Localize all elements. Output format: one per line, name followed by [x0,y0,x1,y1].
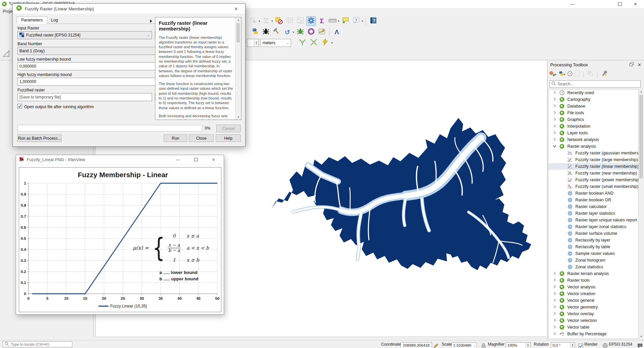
chevron-right-icon[interactable] [552,338,557,339]
tab-log[interactable]: Log [47,16,62,24]
toolbox-algorithm-sample-raster-values[interactable]: Sample raster values [549,250,638,257]
toolbox-algorithm-fuzzify-raster-near-membership-[interactable]: 10Fuzzify raster (near membership) [549,170,638,177]
maximize-button[interactable] [188,155,203,164]
toolbox-category-raster-terrain-analysis[interactable]: Raster terrain analysis [549,270,638,277]
restore-button[interactable] [612,0,627,8]
undo-button[interactable]: ↺ [283,27,292,37]
help-collapse-icon[interactable] [150,18,152,24]
text-annotation-button[interactable]: T [352,16,361,26]
render-checkbox[interactable] [578,342,583,348]
results-viewer-button[interactable] [575,70,580,78]
processing-toolbox-button[interactable] [306,16,316,26]
toolbox-category-vector-geometry[interactable]: Vector geometry [549,304,638,310]
chevron-right-icon[interactable] [552,96,557,103]
toolbox-algorithm-fuzzify-raster-small-membership-[interactable]: 10Fuzzify raster (small membership) [549,183,638,190]
toolbox-category-graphics[interactable]: Graphics [549,116,638,123]
processing-options-button[interactable] [306,27,316,37]
ruler-triangle-button[interactable] [1,50,11,59]
dropdown-arrow-icon[interactable]: ▾ [362,19,363,23]
locate-input[interactable] [11,342,71,346]
coordinate-capture-icon[interactable] [433,342,439,348]
close-button[interactable]: ✕ [206,155,221,164]
toolbox-category-recently-used[interactable]: Recently used [549,89,638,96]
options-button[interactable] [601,70,607,78]
close-button[interactable]: Close [189,134,214,142]
open-output-checkbox[interactable]: Open output file after running algorithm [17,104,94,110]
toolbox-algorithm-reclassify-by-table[interactable]: Reclassify by table [549,243,638,250]
snap-intersection-button[interactable] [309,38,318,48]
messages-icon[interactable] [637,342,643,348]
toolbox-category-interpolation[interactable]: Interpolation [549,123,638,130]
toolbox-category-raster-analysis[interactable]: Raster analysis [549,143,638,150]
magnifier-spinbox[interactable]: 100% ▲▼ [506,342,530,348]
lock-scale-icon[interactable] [481,342,486,348]
spinner-arrows[interactable]: ▲▼ [254,39,259,47]
models-button[interactable]: ▾ [549,70,557,78]
cancel-button[interactable]: Cancel [216,125,241,132]
scale-combobox[interactable]: 1:1030486⌄ [451,342,477,348]
georeferencer-button[interactable] [317,27,327,37]
dropdown-arrow-icon[interactable]: ▾ [272,19,273,23]
menu-project[interactable]: Proje [3,9,12,14]
snap-vertex-button[interactable] [298,38,307,48]
chevron-right-icon[interactable] [552,324,557,331]
units-combobox[interactable]: meters⌄ [260,39,291,47]
toolbox-category-vector-selection[interactable]: Vector selection [549,317,638,324]
toolbox-category-vector-analysis[interactable]: Vector analysis [549,284,638,290]
close-button[interactable]: ✕ [628,0,643,8]
dropdown-arrow-icon[interactable]: ▾ [555,73,557,76]
deselect-features-button[interactable] [262,16,271,26]
spinner-arrows[interactable]: ▲▼ [570,343,575,348]
toolbox-algorithm-raster-layer-unique-values-report[interactable]: Raster layer unique values report [549,217,638,223]
toolbox-algorithm-fuzzify-raster-power-membership-[interactable]: 10Fuzzify raster (power membership) [549,177,638,183]
crs-value[interactable]: EPSG:31254 [609,340,632,348]
toolbox-category-vector-table[interactable]: Vector table [549,324,638,331]
first-aid-debug-button[interactable] [261,27,271,37]
toolbox-category-buffer-by-percentage[interactable]: %Buffer by Percentage [549,331,638,337]
chevron-right-icon[interactable] [552,331,557,337]
plugin-manager-button[interactable] [296,27,305,37]
float-panel-icon[interactable] [629,62,634,68]
toolbox-algorithm-raster-layer-statistics[interactable]: Raster layer statistics [549,210,638,217]
toolbox-category-vector-overlay[interactable]: Vector overlay [549,310,638,317]
dropdown-arrow-icon[interactable]: ▾ [259,19,260,23]
crs-globe-icon[interactable] [602,342,608,348]
chevron-right-icon[interactable] [552,103,557,110]
toolbox-algorithm-raster-surface-volume[interactable]: Raster surface volume [549,230,638,237]
input-raster-combobox[interactable]: Fuzzified raster [EPSG:31254]⌄ [17,31,152,39]
python-scripts-button[interactable]: ▾ [559,70,566,78]
toolbox-algorithm-raster-boolean-and[interactable]: Raster boolean AND [549,190,638,197]
toolbox-category-vector-general[interactable]: Vector general [549,297,638,304]
tracing-button[interactable] [320,38,330,48]
help-button[interactable]: Help [216,134,241,142]
toolbox-search[interactable] [550,80,641,88]
sum-line-lengths-button[interactable]: Σ [317,16,327,26]
chevron-right-icon[interactable] [552,110,557,116]
history-button[interactable] [567,70,573,78]
vertex-editor-button[interactable]: Λ [332,27,342,37]
scroll-up-icon[interactable]: ▲ [639,89,644,94]
chevron-right-icon[interactable] [552,304,557,310]
scroll-down-icon[interactable]: ▼ [639,334,644,339]
toolbox-algorithm-raster-boolean-or[interactable]: Raster boolean OR [549,197,638,203]
locate-box[interactable] [3,341,72,347]
chevron-right-icon[interactable] [552,297,557,304]
irfanview-titlebar[interactable]: Fuzzify_Linear.PNG - IrfanView — ✕ [16,155,224,164]
chevron-down-icon[interactable] [552,143,557,150]
tab-parameters[interactable]: Parameters [17,16,47,24]
dialog-close-button[interactable]: ✕ [230,5,242,13]
chevron-right-icon[interactable] [552,284,557,290]
toolbox-algorithm-fuzzify-raster-gaussian-membership-[interactable]: 10Fuzzify raster (gaussian membership) [549,150,638,156]
scrollbar-thumb[interactable] [639,95,643,179]
chevron-right-icon[interactable] [552,311,557,317]
dropdown-arrow-icon[interactable]: ▾ [331,41,333,45]
toolbox-category-contour-plugin[interactable]: Contour plugin [549,337,638,339]
help-scrollbar[interactable]: ▲ ▼ [235,17,241,120]
select-features-button[interactable] [248,16,258,26]
coordinate-value[interactable]: 208989,306418 [401,342,432,348]
tolerance-spinbox[interactable]: ▲▼ [247,39,259,47]
toolbox-algorithm-zonal-statistics[interactable]: Zonal statistics [549,264,638,270]
band-combobox[interactable]: Band 1 (Gray)⌄ [17,47,163,55]
toolbox-algorithm-raster-calculator[interactable]: Raster calculator [549,203,638,210]
chevron-right-icon[interactable] [552,137,557,143]
